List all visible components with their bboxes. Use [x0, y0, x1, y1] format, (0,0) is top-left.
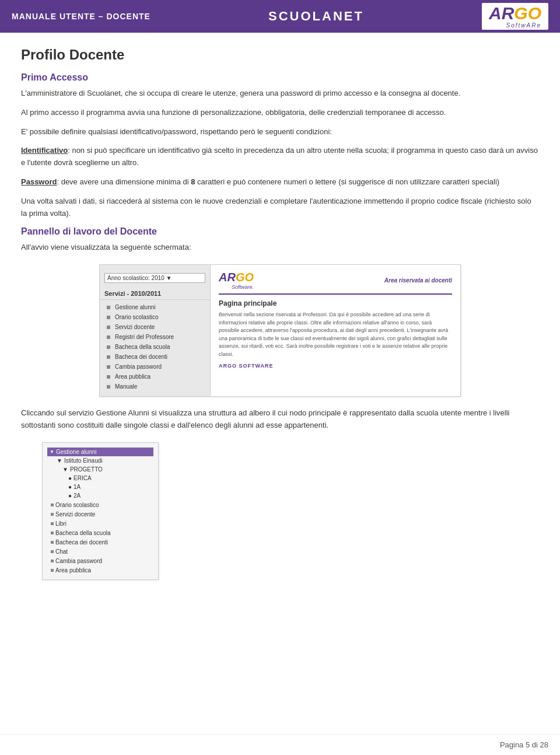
scr-left-panel: Anno scolastico: 2010 ▼ Servizi - 2010/2… — [100, 265, 211, 396]
bullet-icon — [51, 522, 54, 525]
screenshot1: Anno scolastico: 2010 ▼ Servizi - 2010/2… — [99, 264, 461, 397]
tree-label: Istituto Einaudi — [64, 457, 103, 464]
scr2-bacheca-scuola[interactable]: Bacheca della scuola — [47, 529, 153, 537]
tree-2a[interactable]: ● 2A — [47, 491, 153, 500]
scr-menu-gestione[interactable]: Gestione alunni — [100, 302, 210, 312]
bullet-icon — [107, 345, 110, 349]
scr-footer: ARGO SOFTWARE — [219, 363, 452, 369]
bullet-icon — [107, 335, 110, 339]
page-title: Profilo Docente — [21, 47, 539, 63]
scr2-area-pub[interactable]: Area pubblica — [47, 566, 153, 575]
menu-label: Cambia password — [115, 363, 162, 370]
menu-label: Area pubblica — [55, 567, 91, 574]
para-password: Password: deve avere una dimensione mini… — [21, 176, 539, 188]
menu-label: Bacheca dei docenti — [55, 539, 108, 546]
scr-menu-bacheca-docenti[interactable]: Bacheca dei docenti — [100, 352, 210, 362]
bullet-icon — [107, 306, 110, 309]
scr-menu-area-pub[interactable]: Area pubblica — [100, 372, 210, 382]
scr2-servizi[interactable]: Servizi docente — [47, 510, 153, 519]
para-salvati-dati: Una volta salvati i dati, si riaccederà … — [21, 195, 539, 220]
menu-label: Servizi docente — [115, 324, 155, 330]
scr-page-title: Pagina principale — [219, 299, 452, 307]
tree-1a[interactable]: ● 1A — [47, 483, 153, 491]
bullet-icon — [107, 355, 110, 359]
scr2-libri[interactable]: Libri — [47, 519, 153, 528]
scr-menu-registri[interactable]: Registri del Professore — [100, 332, 210, 342]
scr-menu-bacheca-scuola[interactable]: Bacheca della scuola — [100, 342, 210, 352]
argo-ar: AR — [489, 5, 514, 22]
menu-label: Servizi docente — [55, 511, 95, 518]
menu-label: Area pubblica — [115, 373, 150, 380]
tree-arrow-icon: ▼ — [50, 449, 54, 455]
para-avvio: All'avvio viene visualizzata la seguente… — [21, 242, 539, 254]
tree-label: ERICA — [74, 475, 92, 481]
bullet-icon — [51, 504, 54, 506]
page-header: MANUALE UTENTE – DOCENTE SCUOLANET ARGO … — [0, 0, 560, 33]
tree-label: PROGETTO — [70, 466, 103, 473]
tree-gestione-alunni[interactable]: ▼ Gestione alunni — [47, 448, 153, 456]
tree-istituto[interactable]: ▼ Istituto Einaudi — [47, 456, 153, 465]
screenshot1-container: Anno scolastico: 2010 ▼ Servizi - 2010/2… — [21, 264, 539, 397]
screenshot2-container: ▼ Gestione alunni ▼ Istituto Einaudi ▼ P… — [21, 442, 539, 580]
menu-label: Chat — [55, 548, 68, 555]
bullet-icon — [107, 316, 110, 319]
menu-label: Registri del Professore — [115, 334, 174, 340]
menu-label: Cambia password — [55, 558, 102, 564]
footer-page-number: Pagina 5 di 28 — [500, 740, 548, 749]
manual-title: MANUALE UTENTE – DOCENTE — [12, 12, 150, 21]
identificativo-label: Identificativo — [21, 146, 68, 155]
menu-label: Orario scolastico — [55, 502, 99, 508]
bullet-icon — [107, 326, 110, 329]
scr-menu-cambia-pw[interactable]: Cambia password — [100, 362, 210, 372]
menu-label: Orario scolastico — [115, 314, 158, 320]
bullet-icon — [51, 532, 54, 534]
menu-label: Bacheca della scuola — [55, 530, 111, 536]
bullet-icon — [51, 569, 54, 572]
scr-logo: ARGO Software. — [219, 271, 254, 290]
bullet-icon — [51, 513, 54, 516]
scr-menu-servizi[interactable]: Servizi docente — [100, 322, 210, 332]
tree-progetto[interactable]: ▼ PROGETTO — [47, 465, 153, 474]
scr-right-panel: ARGO Software. Area riservata ai docenti… — [211, 265, 460, 396]
tree-arrow-icon: ▼ — [57, 457, 62, 464]
section-pannello-title: Pannello di lavoro del Docente — [21, 226, 539, 237]
menu-label: Gestione alunni — [115, 304, 156, 310]
tree-label: Gestione alunni — [56, 449, 97, 455]
bullet-icon: ● — [68, 484, 72, 490]
scr-header: ARGO Software. Area riservata ai docenti — [219, 271, 452, 295]
argo-software-text: SoftwARe — [506, 22, 541, 29]
scr-year-select[interactable]: Anno scolastico: 2010 ▼ — [104, 273, 205, 283]
screenshot2: ▼ Gestione alunni ▼ Istituto Einaudi ▼ P… — [42, 442, 159, 580]
tree-erica[interactable]: ● ERICA — [47, 474, 153, 483]
page-footer: Pagina 5 di 28 — [0, 734, 560, 755]
para-intro: L'amministratore di Scuolanet, che si oc… — [21, 88, 539, 100]
menu-label: Libri — [55, 520, 66, 527]
scr-area-label: Area riservata ai docenti — [384, 277, 452, 284]
scr2-bacheca-docenti[interactable]: Bacheca dei docenti — [47, 538, 153, 547]
bullet-icon: ● — [68, 475, 72, 481]
scr-logo-text: ARGO — [219, 271, 254, 284]
password-label: Password — [21, 177, 57, 186]
scr2-orario[interactable]: Orario scolastico — [47, 501, 153, 509]
bullet-icon — [107, 385, 110, 389]
argo-logo-box: ARGO SoftwARe — [482, 3, 548, 30]
argo-logo: ARGO SoftwARe — [489, 5, 541, 29]
scr2-chat[interactable]: Chat — [47, 547, 153, 556]
section-primo-accesso-title: Primo Accesso — [21, 72, 539, 83]
scr-year-label: Anno scolastico: 2010 — [107, 275, 164, 281]
scr2-cambia-pw[interactable]: Cambia password — [47, 557, 153, 565]
bullet-icon — [51, 550, 54, 553]
para-primo-accesso: Al primo accesso il programma avvia una … — [21, 107, 539, 119]
para-identificativo: Identificativo: non si può specificare u… — [21, 145, 539, 169]
para-cliccando: Cliccando sul servizio Gestione Alunni s… — [21, 407, 539, 432]
scr-logo-sw: Software. — [219, 284, 254, 290]
menu-label: Bacheca dei docenti — [115, 354, 167, 360]
scr-menu-manuale[interactable]: Manuale — [100, 382, 210, 392]
scr-menu-orario[interactable]: Orario scolastico — [100, 312, 210, 322]
bullet-icon — [51, 541, 54, 544]
bullet-icon — [107, 375, 110, 379]
bullet-icon — [107, 365, 110, 369]
scr-services-title: Servizi - 2010/2011 — [100, 286, 210, 300]
bullet-icon — [51, 560, 54, 562]
argo-logo-text: ARGO — [489, 5, 541, 22]
